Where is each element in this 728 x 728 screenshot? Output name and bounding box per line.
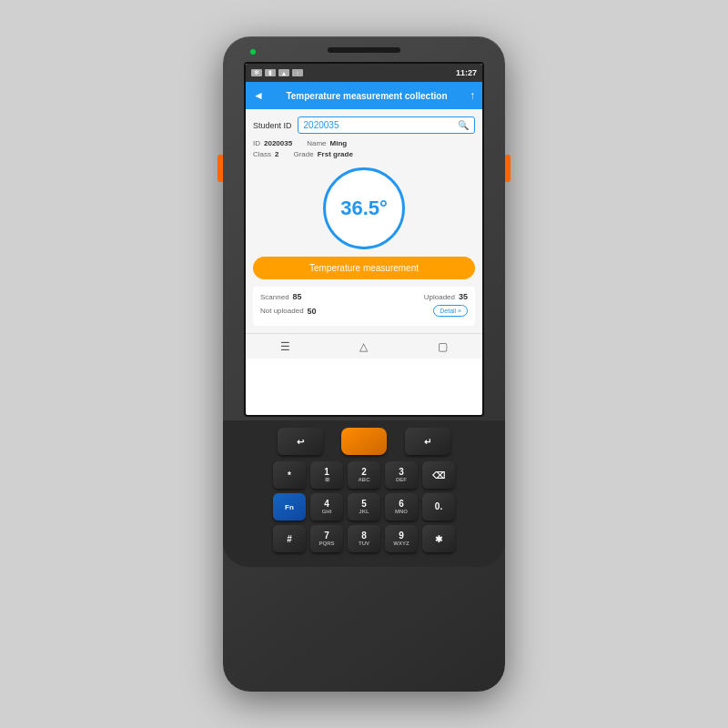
key-fn[interactable]: Fn bbox=[273, 493, 306, 521]
app-title: Temperature measurement collection bbox=[286, 91, 447, 101]
android-nav-bar: ☰ △ ▢ bbox=[246, 333, 482, 359]
not-uploaded-value: 50 bbox=[308, 307, 317, 316]
student-id-label: Student ID bbox=[253, 121, 292, 130]
indicator-light bbox=[250, 49, 256, 55]
info-row-1: ID 2020035 Name Ming bbox=[253, 139, 475, 147]
temperature-circle: 36.5° bbox=[323, 167, 405, 249]
key-7[interactable]: 7 PQRS bbox=[310, 525, 343, 552]
enter-key[interactable]: ↵ bbox=[405, 428, 450, 455]
uploaded-label: Uploaded bbox=[424, 293, 455, 301]
key-1[interactable]: 1 ⊞ bbox=[310, 461, 343, 489]
key-3[interactable]: 3 DEF bbox=[385, 461, 418, 489]
nav-function-row: ↩ ↵ bbox=[234, 428, 494, 455]
id-label: ID bbox=[253, 139, 260, 147]
key-row-3: # 7 PQRS 8 TUV 9 WXYZ ✱ bbox=[234, 525, 494, 552]
keyboard-section: ↩ ↵ * 1 ⊞ 2 ABC 3 DEF ⌫ Fn 4 bbox=[223, 420, 505, 567]
status-bar: ✻ ▮ ▲ ↑ 11:27 bbox=[246, 64, 482, 82]
stats-section: Scanned 85 Uploaded 35 Not uploaded 50 D… bbox=[253, 287, 475, 326]
student-id-input[interactable]: 2020035 🔍 bbox=[298, 116, 475, 134]
stats-row-2: Not uploaded 50 Detail » bbox=[260, 305, 468, 317]
key-5[interactable]: 5 JKL bbox=[348, 493, 380, 521]
screen: ✻ ▮ ▲ ↑ 11:27 ◄ Temperature measurement … bbox=[244, 62, 484, 417]
class-field: Class 2 bbox=[253, 150, 278, 158]
not-uploaded-stat: Not uploaded 50 bbox=[260, 307, 317, 316]
grade-value: Frst grade bbox=[318, 150, 353, 158]
upload-button[interactable]: ↑ bbox=[470, 89, 475, 102]
key-row-1: * 1 ⊞ 2 ABC 3 DEF ⌫ bbox=[234, 461, 494, 489]
key-star[interactable]: * bbox=[273, 461, 306, 489]
uploaded-value: 35 bbox=[459, 292, 468, 301]
back-nav-icon[interactable]: ▢ bbox=[438, 340, 448, 353]
key-2[interactable]: 2 ABC bbox=[348, 461, 380, 489]
name-label: Name bbox=[307, 139, 326, 147]
key-row-2: Fn 4 GHI 5 JKL 6 MNO 0. bbox=[234, 493, 494, 521]
student-id-row: Student ID 2020035 🔍 bbox=[253, 116, 475, 134]
name-field: Name Ming bbox=[307, 139, 347, 147]
scanned-stat: Scanned 85 bbox=[260, 292, 302, 301]
key-0dot[interactable]: 0. bbox=[422, 493, 455, 521]
device-top bbox=[223, 36, 505, 56]
key-asterisk[interactable]: ✱ bbox=[422, 525, 455, 552]
class-label: Class bbox=[253, 150, 271, 158]
scanned-label: Scanned bbox=[260, 293, 289, 301]
key-9[interactable]: 9 WXYZ bbox=[385, 525, 418, 552]
side-button-left[interactable] bbox=[217, 155, 223, 182]
key-backspace[interactable]: ⌫ bbox=[422, 461, 455, 489]
speaker bbox=[328, 47, 400, 53]
id-field: ID 2020035 bbox=[253, 139, 292, 147]
student-id-value: 2020035 bbox=[304, 120, 339, 130]
key-6[interactable]: 6 MNO bbox=[385, 493, 418, 521]
class-value: 2 bbox=[275, 150, 278, 158]
id-value: 2020035 bbox=[264, 139, 292, 147]
side-button-right[interactable] bbox=[505, 155, 511, 182]
device: ✻ ▮ ▲ ↑ 11:27 ◄ Temperature measurement … bbox=[223, 36, 505, 692]
detail-button[interactable]: Detail » bbox=[433, 305, 468, 317]
name-value: Ming bbox=[330, 139, 348, 147]
bluetooth-icon: ✻ bbox=[251, 69, 262, 76]
temperature-display: 36.5° bbox=[253, 167, 475, 249]
info-row-2: Class 2 Grade Frst grade bbox=[253, 150, 475, 158]
menu-nav-icon[interactable]: ☰ bbox=[280, 340, 290, 353]
uploaded-stat: Uploaded 35 bbox=[424, 292, 468, 301]
not-uploaded-label: Not uploaded bbox=[260, 307, 304, 315]
key-4[interactable]: 4 GHI bbox=[310, 493, 343, 521]
key-hash[interactable]: # bbox=[273, 525, 306, 552]
grade-field: Grade Frst grade bbox=[293, 150, 352, 158]
search-icon[interactable]: 🔍 bbox=[458, 120, 469, 130]
scan-key[interactable] bbox=[341, 428, 387, 455]
status-time: 11:27 bbox=[456, 68, 477, 77]
home-nav-icon[interactable]: △ bbox=[359, 340, 368, 353]
back-button[interactable]: ◄ bbox=[253, 89, 264, 102]
battery-icon: ▮ bbox=[265, 69, 276, 76]
temperature-value: 36.5° bbox=[340, 197, 388, 220]
signal-icon: ↑ bbox=[292, 69, 303, 76]
stats-row-1: Scanned 85 Uploaded 35 bbox=[260, 292, 468, 301]
measure-button[interactable]: Temperature measurement bbox=[253, 257, 475, 279]
grade-label: Grade bbox=[293, 150, 313, 158]
status-icons-left: ✻ ▮ ▲ ↑ bbox=[251, 69, 303, 76]
app-content: Student ID 2020035 🔍 ID 2020035 Name Min… bbox=[246, 109, 482, 333]
app-header: ◄ Temperature measurement collection ↑ bbox=[246, 82, 482, 109]
back-key[interactable]: ↩ bbox=[278, 428, 323, 455]
scanned-value: 85 bbox=[293, 292, 302, 301]
wifi-icon: ▲ bbox=[278, 69, 289, 76]
key-8[interactable]: 8 TUV bbox=[348, 525, 380, 552]
